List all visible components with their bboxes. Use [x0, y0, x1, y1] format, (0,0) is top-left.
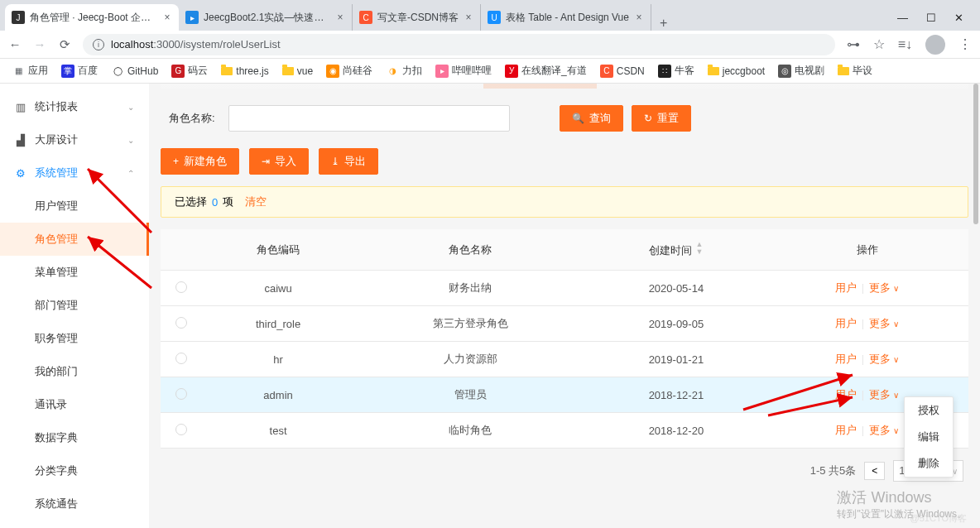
tab-close-icon[interactable]: × — [335, 12, 345, 23]
bookmark-item[interactable]: ◎电视剧 — [778, 64, 824, 78]
bookmark-item[interactable]: ∷牛客 — [658, 64, 694, 78]
collapse-icon: ⌃ — [127, 169, 134, 178]
sidebar-item-menus[interactable]: 菜单管理 — [0, 256, 149, 289]
tab-favicon: C — [359, 11, 372, 24]
bookmark-folder[interactable]: 毕设 — [838, 64, 872, 78]
sidebar-item-users[interactable]: 用户管理 — [0, 190, 149, 223]
sidebar-item-dept[interactable]: 部门管理 — [0, 289, 149, 322]
browser-tab[interactable]: U 表格 Table - Ant Design Vue × — [481, 4, 651, 31]
window-maximize-icon[interactable]: ☐ — [926, 12, 936, 24]
source-watermark: @51CTO博客 — [910, 512, 967, 525]
search-icon: 🔍 — [572, 113, 584, 124]
row-radio[interactable] — [175, 388, 187, 400]
sidebar-item-roles[interactable]: 角色管理 — [0, 223, 149, 256]
bookmark-folder[interactable]: vue — [282, 65, 313, 77]
expand-icon: ⌄ — [127, 136, 134, 145]
sidebar-item-label: 通讯录 — [35, 397, 67, 412]
import-button[interactable]: ⇥导入 — [249, 148, 309, 175]
sidebar-item-mydept[interactable]: 我的部门 — [0, 355, 149, 388]
kebab-menu-icon[interactable]: ⋮ — [958, 36, 972, 52]
site-info-icon[interactable]: i — [93, 39, 104, 50]
bookmark-item[interactable]: CCSDN — [600, 65, 645, 78]
sidebar-item-positions[interactable]: 职务管理 — [0, 322, 149, 355]
bookmark-folder[interactable]: jeccgboot — [708, 65, 765, 77]
table-row[interactable]: third_role第三方登录角色2019-09-05用户|更多∨ — [161, 306, 968, 342]
bookmark-item[interactable]: У在线翻译_有道 — [505, 64, 587, 78]
browser-tab-active[interactable]: J 角色管理 · Jeecg-Boot 企业级快 × — [5, 4, 179, 31]
sidebar-item-catdict[interactable]: 分类字典 — [0, 454, 149, 487]
row-radio[interactable] — [175, 281, 187, 293]
table-row[interactable]: hr人力资源部2019-01-21用户|更多∨ — [161, 342, 968, 377]
tab-close-icon[interactable]: × — [634, 12, 644, 23]
op-user-link[interactable]: 用户 — [835, 281, 857, 294]
new-role-button[interactable]: +新建角色 — [161, 148, 239, 175]
cell-ops: 用户|更多∨ — [766, 271, 968, 306]
plus-icon: + — [173, 156, 179, 167]
sidebar-item-dict[interactable]: 数据字典 — [0, 421, 149, 454]
bookmark-item[interactable]: ◑力扣 — [386, 64, 422, 78]
url-field[interactable]: i localhost:3000/isystem/roleUserList — [83, 34, 835, 55]
op-more-link[interactable]: 更多∨ — [869, 424, 899, 436]
dropdown-item-auth[interactable]: 授权 — [905, 397, 953, 424]
nav-back-icon[interactable]: ← — [8, 37, 22, 51]
dropdown-item-edit[interactable]: 编辑 — [905, 424, 953, 450]
row-radio[interactable] — [175, 353, 187, 364]
table-row[interactable]: caiwu财务出纳2020-05-14用户|更多∨ — [161, 271, 968, 306]
col-created[interactable]: 创建时间▲▼ — [587, 229, 766, 271]
star-icon[interactable]: ☆ — [873, 36, 885, 52]
op-user-link[interactable]: 用户 — [835, 424, 857, 436]
sidebar-item-system[interactable]: ⚙ 系统管理 ⌃ — [0, 156, 149, 190]
tab-title: 表格 Table - Ant Design Vue — [506, 11, 629, 25]
tab-close-icon[interactable]: × — [162, 12, 172, 23]
nav-reload-icon[interactable]: ⟳ — [58, 37, 71, 52]
bookmark-item[interactable]: ◉尚硅谷 — [326, 64, 372, 78]
dropdown-item-delete[interactable]: 删除 — [905, 450, 953, 477]
op-more-link[interactable]: 更多∨ — [869, 317, 899, 329]
query-button[interactable]: 🔍查询 — [560, 105, 623, 132]
nav-forward-icon[interactable]: → — [33, 37, 46, 51]
sidebar-item-bigscreen[interactable]: ▟ 大屏设计 ⌄ — [0, 123, 149, 156]
folder-icon — [708, 67, 719, 75]
op-more-link[interactable]: 更多∨ — [869, 388, 899, 401]
pager-prev-button[interactable]: < — [864, 462, 885, 480]
chevron-down-icon: ∨ — [893, 391, 899, 400]
table-row[interactable]: test临时角色2018-12-20用户|更多∨ — [161, 413, 968, 449]
bookmark-item[interactable]: ▸哔哩哔哩 — [435, 64, 492, 78]
search-label: 角色名称: — [169, 111, 215, 126]
row-radio[interactable] — [175, 424, 187, 435]
new-tab-button[interactable]: + — [651, 16, 675, 31]
clear-selection-link[interactable]: 清空 — [245, 194, 267, 209]
sidebar: ▥ 统计报表 ⌄ ▟ 大屏设计 ⌄ ⚙ 系统管理 ⌃ 用户管理 角色管理 菜单管… — [0, 84, 149, 528]
op-user-link[interactable]: 用户 — [835, 317, 857, 329]
export-button[interactable]: ⤓导出 — [319, 148, 378, 175]
bookmark-folder[interactable]: three.js — [221, 65, 268, 77]
tab-close-icon[interactable]: × — [464, 12, 473, 23]
vertical-scrollbar[interactable] — [973, 84, 978, 224]
sidebar-item-contacts[interactable]: 通讯录 — [0, 388, 149, 421]
browser-tab[interactable]: C 写文章-CSDN博客 × — [353, 4, 481, 31]
browser-tab[interactable]: ▸ JeecgBoot2.1实战—快速入门教 × — [179, 4, 353, 31]
sidebar-item-notice[interactable]: 系统通告 — [0, 487, 149, 521]
op-user-link[interactable]: 用户 — [835, 388, 857, 401]
profile-avatar[interactable] — [925, 35, 945, 55]
key-icon[interactable]: ⊶ — [847, 36, 860, 52]
sidebar-item-stats[interactable]: ▥ 统计报表 ⌄ — [0, 90, 149, 123]
window-close-icon[interactable]: ✕ — [954, 12, 963, 24]
role-name-input[interactable] — [228, 105, 510, 132]
search-form: 角色名称: 🔍查询 ↻重置 — [161, 89, 968, 148]
bookmark-item[interactable]: ◯GitHub — [111, 65, 158, 78]
bookmark-item[interactable]: G码云 — [171, 64, 208, 78]
op-user-link[interactable]: 用户 — [835, 353, 857, 365]
op-more-link[interactable]: 更多∨ — [869, 281, 899, 294]
row-radio[interactable] — [175, 317, 187, 329]
op-more-link[interactable]: 更多∨ — [869, 353, 899, 365]
window-minimize-icon[interactable]: — — [897, 12, 908, 24]
cell-name: 人力资源部 — [354, 342, 587, 377]
table-row[interactable]: admin管理员2018-12-21用户|更多∨ — [161, 377, 968, 413]
reader-icon[interactable]: ≡↓ — [898, 37, 912, 52]
tab-title: JeecgBoot2.1实战—快速入门教 — [204, 11, 330, 25]
reset-button[interactable]: ↻重置 — [632, 105, 691, 132]
bookmark-item[interactable]: 掌百度 — [61, 64, 98, 78]
chevron-down-icon: ∨ — [893, 426, 899, 435]
bookmark-apps[interactable]: ▦应用 — [12, 64, 48, 78]
